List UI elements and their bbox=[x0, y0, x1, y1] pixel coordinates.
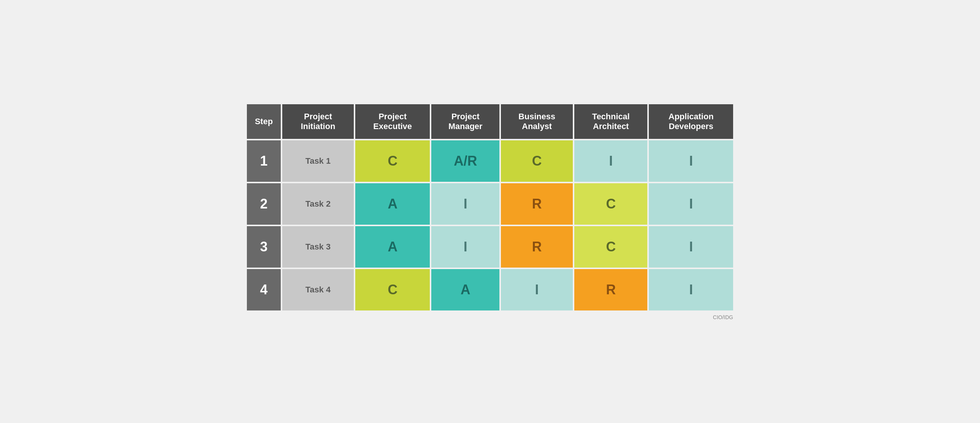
cell-value: I bbox=[649, 226, 733, 267]
header-application-developers: ApplicationDevelopers bbox=[649, 104, 733, 139]
raci-cell: I bbox=[649, 140, 733, 182]
cell-value: A bbox=[431, 269, 499, 310]
table-row: 2Task 2AIRCI bbox=[247, 183, 733, 225]
cell-value: R bbox=[501, 183, 573, 225]
raci-cell: R bbox=[501, 226, 573, 267]
step-cell: 1 bbox=[247, 140, 281, 182]
raci-cell: R bbox=[574, 269, 648, 310]
cell-value: A bbox=[355, 183, 430, 225]
raci-cell: I bbox=[649, 269, 733, 310]
header-row: Step ProjectInitiation ProjectExecutive … bbox=[247, 104, 733, 139]
cell-value: C bbox=[355, 269, 430, 310]
header-project-executive: ProjectExecutive bbox=[355, 104, 430, 139]
task-cell: Task 3 bbox=[282, 226, 354, 267]
cell-value: R bbox=[501, 226, 573, 267]
raci-cell: C bbox=[355, 269, 430, 310]
raci-cell: I bbox=[574, 140, 648, 182]
cell-value: I bbox=[649, 269, 733, 310]
cell-value: R bbox=[574, 269, 648, 310]
step-cell: 3 bbox=[247, 226, 281, 267]
raci-cell: I bbox=[649, 183, 733, 225]
raci-cell: C bbox=[574, 183, 648, 225]
cell-value: I bbox=[574, 140, 648, 182]
cell-value: I bbox=[649, 183, 733, 225]
cell-value: C bbox=[355, 140, 430, 182]
table-body: 1Task 1CA/RCII2Task 2AIRCI3Task 3AIRCI4T… bbox=[247, 140, 733, 310]
cell-value: I bbox=[501, 269, 573, 310]
task-cell: Task 1 bbox=[282, 140, 354, 182]
cell-value: C bbox=[501, 140, 573, 182]
raci-cell: A/R bbox=[431, 140, 499, 182]
header-project-manager: ProjectManager bbox=[431, 104, 499, 139]
table-row: 1Task 1CA/RCII bbox=[247, 140, 733, 182]
raci-cell: R bbox=[501, 183, 573, 225]
raci-cell: A bbox=[355, 226, 430, 267]
raci-cell: C bbox=[574, 226, 648, 267]
cell-value: A/R bbox=[431, 140, 499, 182]
raci-table: Step ProjectInitiation ProjectExecutive … bbox=[245, 103, 735, 312]
cell-value: I bbox=[431, 226, 499, 267]
cell-value: I bbox=[649, 140, 733, 182]
raci-cell: I bbox=[501, 269, 573, 310]
watermark: CIO/IDG bbox=[245, 314, 735, 320]
cell-value: I bbox=[431, 183, 499, 225]
header-step-label: Step bbox=[255, 117, 273, 126]
cell-value: A bbox=[355, 226, 430, 267]
table-row: 3Task 3AIRCI bbox=[247, 226, 733, 267]
header-technical-architect: TechnicalArchitect bbox=[574, 104, 648, 139]
raci-cell: I bbox=[431, 226, 499, 267]
header-step: Step bbox=[247, 104, 281, 139]
raci-cell: I bbox=[649, 226, 733, 267]
step-cell: 4 bbox=[247, 269, 281, 310]
task-cell: Task 2 bbox=[282, 183, 354, 225]
table-row: 4Task 4CAIRI bbox=[247, 269, 733, 310]
raci-cell: A bbox=[355, 183, 430, 225]
header-business-analyst: BusinessAnalyst bbox=[501, 104, 573, 139]
header-project-initiation: ProjectInitiation bbox=[282, 104, 354, 139]
raci-cell: A bbox=[431, 269, 499, 310]
step-cell: 2 bbox=[247, 183, 281, 225]
cell-value: C bbox=[574, 226, 648, 267]
raci-cell: I bbox=[431, 183, 499, 225]
raci-cell: C bbox=[355, 140, 430, 182]
task-cell: Task 4 bbox=[282, 269, 354, 310]
page-wrapper: Step ProjectInitiation ProjectExecutive … bbox=[238, 95, 742, 328]
raci-cell: C bbox=[501, 140, 573, 182]
cell-value: C bbox=[574, 183, 648, 225]
